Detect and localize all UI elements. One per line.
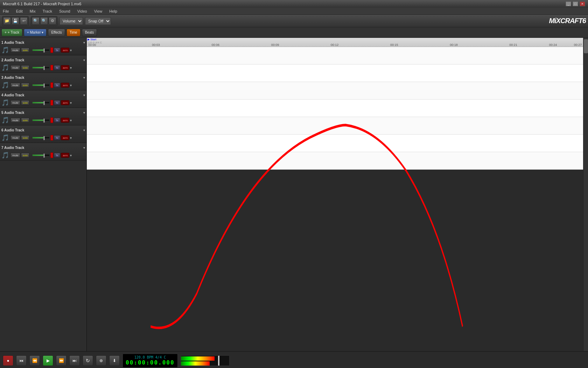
arm-button[interactable]: arm: [61, 153, 69, 158]
vertical-scrollbar[interactable]: [583, 38, 588, 351]
time-mode-button[interactable]: Time: [66, 29, 80, 36]
level-handle[interactable]: [218, 356, 219, 366]
mute-button[interactable]: mute: [10, 48, 20, 53]
play-button[interactable]: ▶: [43, 355, 53, 366]
toolbar-icon-1[interactable]: 📁: [3, 17, 11, 25]
mute-button[interactable]: mute: [10, 135, 20, 140]
track-chevron[interactable]: ▾: [70, 83, 72, 87]
solo-button[interactable]: solo: [21, 153, 30, 158]
arm-button[interactable]: arm: [61, 83, 69, 88]
toolbar-icon-6[interactable]: ⚙: [49, 17, 56, 25]
fx-button[interactable]: fx: [54, 83, 60, 88]
fast-forward-button[interactable]: ⏩: [56, 355, 66, 366]
fx-button[interactable]: fx: [54, 153, 60, 158]
level-bar-l: [181, 356, 215, 361]
volume-select[interactable]: Volume: [59, 17, 83, 25]
transport-row: ● ⏮ ⏪ ▶ ⏩ ⏭ ↻ ⊕ ⬇ 120.0 BPM 4/4 C 00:00:…: [0, 351, 588, 368]
mute-button[interactable]: mute: [10, 118, 20, 123]
menu-sound[interactable]: Sound: [58, 9, 72, 13]
menu-video[interactable]: Video: [76, 9, 89, 13]
track-dropdown[interactable]: ▾: [83, 111, 85, 115]
time-counter: 00:00:00.000: [126, 359, 175, 366]
menu-file[interactable]: File: [1, 9, 10, 13]
solo-button[interactable]: solo: [21, 135, 30, 140]
track-name: 7 Audio Track: [1, 146, 24, 150]
track-chevron[interactable]: ▾: [70, 154, 72, 157]
menu-mix[interactable]: Mix: [28, 9, 37, 13]
volume-slider[interactable]: [32, 67, 50, 69]
loop-button[interactable]: ↻: [83, 355, 93, 366]
fx-button[interactable]: fx: [54, 65, 60, 70]
mute-button[interactable]: mute: [10, 100, 20, 105]
ruler-mark: 00:27: [573, 43, 582, 47]
arm-button[interactable]: arm: [61, 135, 69, 140]
volume-slider[interactable]: [32, 137, 50, 139]
toolbar-icon-3[interactable]: ↩: [20, 17, 28, 25]
track-lane-6: [87, 135, 583, 152]
fx-button[interactable]: fx: [54, 135, 60, 140]
mute-button[interactable]: mute: [10, 83, 20, 88]
track-dropdown[interactable]: ▾: [83, 146, 85, 150]
menu-edit[interactable]: Edit: [15, 9, 24, 13]
track-dropdown[interactable]: ▾: [83, 93, 85, 97]
track-dropdown[interactable]: ▾: [83, 76, 85, 80]
mute-button[interactable]: mute: [10, 153, 20, 158]
add-marker-button[interactable]: + Marker ▾: [24, 29, 47, 36]
arm-button[interactable]: arm: [61, 65, 69, 70]
volume-slider[interactable]: [32, 84, 50, 86]
scrollbar-thumb-vertical[interactable]: [584, 39, 588, 53]
menu-track[interactable]: Track: [41, 9, 54, 13]
volume-slider[interactable]: [32, 49, 50, 51]
volume-slider[interactable]: [32, 154, 50, 156]
fx-button[interactable]: fx: [54, 118, 60, 123]
toolbar-icon-5[interactable]: 🔍: [40, 17, 48, 25]
solo-button[interactable]: solo: [21, 65, 30, 70]
marker-add-button[interactable]: ⊕: [96, 355, 106, 366]
fx-button[interactable]: fx: [54, 100, 60, 105]
menu-help[interactable]: Help: [108, 9, 119, 13]
add-track-button[interactable]: + + Track: [1, 29, 22, 36]
titlebar: Mixcraft 6.1 Build 217 - Mixcraft Projec…: [0, 0, 588, 8]
solo-button[interactable]: solo: [21, 100, 30, 105]
ruler-mark: 00:12: [330, 43, 339, 47]
toolbar: 📁 💾 ↩ 🔍 🔍 ⚙ Volume Snap Off MiXCRAFT6: [0, 15, 588, 27]
close-button[interactable]: ✕: [580, 1, 585, 6]
solo-button[interactable]: solo: [21, 83, 30, 88]
effects-button[interactable]: Effects: [48, 29, 65, 36]
snap-select[interactable]: Snap Off: [85, 17, 111, 25]
track-dropdown[interactable]: ▾: [83, 41, 85, 45]
maximize-button[interactable]: □: [573, 1, 578, 6]
fx-button[interactable]: fx: [54, 48, 60, 53]
volume-slider[interactable]: [32, 102, 50, 104]
track-chevron[interactable]: ▾: [70, 136, 72, 140]
toolbar-icon-4[interactable]: 🔍: [32, 17, 40, 25]
beats-mode-button[interactable]: Beats: [82, 29, 97, 36]
ruler-mark: 00:06: [211, 43, 220, 47]
app-logo: MiXCRAFT6: [549, 17, 586, 25]
arm-button[interactable]: arm: [61, 48, 69, 53]
level-meter: [181, 355, 230, 366]
ff-end-button[interactable]: ⏭: [69, 355, 80, 366]
mute-button[interactable]: mute: [10, 65, 20, 70]
arm-button[interactable]: arm: [61, 100, 69, 105]
solo-button[interactable]: solo: [21, 48, 30, 53]
track-lane-3: [87, 82, 583, 100]
minimize-button[interactable]: _: [566, 1, 571, 6]
toolbar-icon-2[interactable]: 💾: [12, 17, 19, 25]
volume-slider[interactable]: [32, 119, 50, 121]
track-chevron[interactable]: ▾: [70, 48, 72, 52]
solo-button[interactable]: solo: [21, 118, 30, 123]
record-button[interactable]: ●: [3, 355, 13, 366]
arm-button[interactable]: arm: [61, 118, 69, 123]
track-chevron[interactable]: ▾: [70, 66, 72, 70]
track-row: 1 Audio Track ▾ 🎵 mute solo fx arm ▾: [0, 38, 86, 55]
menu-view[interactable]: View: [93, 9, 104, 13]
track-icon: 🎵: [1, 46, 9, 54]
track-dropdown[interactable]: ▾: [83, 58, 85, 62]
rewind-begin-button[interactable]: ⏮: [16, 355, 27, 366]
track-chevron[interactable]: ▾: [70, 101, 72, 105]
track-dropdown[interactable]: ▾: [83, 128, 85, 132]
export-button[interactable]: ⬇: [109, 355, 120, 366]
track-chevron[interactable]: ▾: [70, 118, 72, 122]
rewind-button[interactable]: ⏪: [29, 355, 40, 366]
